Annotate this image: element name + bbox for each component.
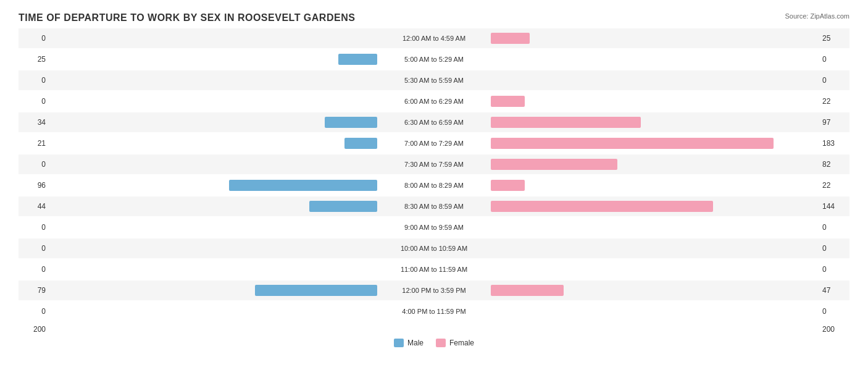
female-bar-container	[490, 96, 819, 107]
time-label: 6:00 AM to 6:29 AM	[378, 98, 490, 105]
female-value: 0	[819, 55, 849, 64]
female-value: 82	[819, 160, 849, 169]
female-value: 0	[819, 76, 849, 85]
female-bar-container	[490, 222, 819, 233]
male-bar-container	[49, 159, 378, 170]
female-value: 22	[819, 181, 849, 190]
female-bar-container	[490, 159, 819, 170]
table-row: 79 12:00 PM to 3:59 PM 47	[19, 281, 849, 300]
table-row: 0 10:00 AM to 10:59 AM 0	[19, 238, 849, 258]
male-bar	[255, 285, 377, 296]
female-value: 47	[819, 286, 849, 295]
table-row: 34 6:30 AM to 6:59 AM 97	[19, 112, 849, 132]
table-row: 0 5:30 AM to 5:59 AM 0	[19, 70, 849, 90]
legend-male: Male	[394, 339, 424, 347]
table-row: 44 8:30 AM to 8:59 AM 144	[19, 196, 849, 216]
male-bar-container	[49, 264, 378, 275]
time-label: 4:00 PM to 11:59 PM	[378, 308, 490, 315]
male-value: 79	[19, 286, 49, 295]
male-bar-container	[49, 75, 378, 86]
female-value: 0	[819, 223, 849, 232]
chart-container: TIME OF DEPARTURE TO WORK BY SEX IN ROOS…	[19, 12, 849, 347]
chart-rows: 0 12:00 AM to 4:59 AM 25 25 5:00 AM to 5…	[19, 28, 849, 321]
male-bar-container	[49, 201, 378, 212]
legend-male-box	[394, 339, 404, 347]
legend-female: Female	[436, 339, 474, 347]
legend-female-box	[436, 339, 446, 347]
male-value: 0	[19, 265, 49, 274]
time-label: 6:30 AM to 6:59 AM	[378, 119, 490, 126]
female-value: 97	[819, 118, 849, 127]
time-label: 9:00 AM to 9:59 AM	[378, 224, 490, 231]
time-label: 12:00 PM to 3:59 PM	[378, 287, 490, 294]
male-bar	[325, 117, 377, 128]
chart-title: TIME OF DEPARTURE TO WORK BY SEX IN ROOS…	[19, 12, 849, 23]
female-bar	[491, 33, 530, 44]
female-bar	[491, 138, 774, 149]
legend-male-label: Male	[407, 339, 424, 347]
male-value: 0	[19, 307, 49, 316]
female-bar	[491, 180, 525, 191]
female-value: 0	[819, 244, 849, 253]
table-row: 0 9:00 AM to 9:59 AM 0	[19, 217, 849, 237]
table-row: 0 11:00 AM to 11:59 AM 0	[19, 259, 849, 279]
male-bar-container	[49, 54, 378, 65]
female-bar-container	[490, 33, 819, 44]
male-bar-container	[49, 285, 378, 296]
female-bar	[491, 159, 617, 170]
table-row: 0 6:00 AM to 6:29 AM 22	[19, 91, 849, 111]
male-bar-container	[49, 117, 378, 128]
female-bar-container	[490, 243, 819, 254]
male-bar-container	[49, 96, 378, 107]
time-label: 12:00 AM to 4:59 AM	[378, 35, 490, 42]
female-bar	[491, 201, 713, 212]
female-bar-container	[490, 201, 819, 212]
table-row: 96 8:00 AM to 8:29 AM 22	[19, 175, 849, 195]
female-bar	[491, 96, 525, 107]
table-row: 0 4:00 PM to 11:59 PM 0	[19, 302, 849, 321]
female-bar-container	[490, 264, 819, 275]
male-value: 34	[19, 118, 49, 127]
table-row: 21 7:00 AM to 7:29 AM 183	[19, 133, 849, 153]
source-text: Source: ZipAtlas.com	[785, 12, 849, 20]
male-value: 21	[19, 139, 49, 148]
male-value: 0	[19, 76, 49, 85]
female-value: 0	[819, 265, 849, 274]
female-bar-container	[490, 138, 819, 149]
male-value: 25	[19, 55, 49, 64]
female-value: 183	[819, 139, 849, 148]
female-bar	[491, 285, 564, 296]
axis-right-label: 200	[819, 325, 849, 334]
male-bar-container	[49, 306, 378, 317]
male-bar-container	[49, 33, 378, 44]
male-bar-container	[49, 138, 378, 149]
male-bar	[229, 180, 377, 191]
time-label: 7:00 AM to 7:29 AM	[378, 140, 490, 147]
male-value: 0	[19, 160, 49, 169]
male-value: 0	[19, 97, 49, 106]
time-label: 10:00 AM to 10:59 AM	[378, 245, 490, 252]
male-bar	[309, 201, 377, 212]
male-bar-container	[49, 243, 378, 254]
male-value: 0	[19, 244, 49, 253]
female-value: 22	[819, 97, 849, 106]
female-bar-container	[490, 54, 819, 65]
male-value: 44	[19, 202, 49, 211]
time-label: 7:30 AM to 7:59 AM	[378, 161, 490, 168]
axis-row: 200 200	[19, 325, 849, 334]
male-value: 96	[19, 181, 49, 190]
axis-left-label: 200	[19, 325, 49, 334]
table-row: 0 12:00 AM to 4:59 AM 25	[19, 28, 849, 48]
female-bar-container	[490, 306, 819, 317]
male-value: 0	[19, 223, 49, 232]
male-bar	[344, 138, 377, 149]
table-row: 25 5:00 AM to 5:29 AM 0	[19, 49, 849, 69]
table-row: 0 7:30 AM to 7:59 AM 82	[19, 154, 849, 174]
female-bar-container	[490, 180, 819, 191]
female-bar	[491, 117, 641, 128]
chart-legend: Male Female	[19, 339, 849, 347]
male-value: 0	[19, 34, 49, 43]
female-bar-container	[490, 285, 819, 296]
time-label: 5:30 AM to 5:59 AM	[378, 77, 490, 84]
female-bar-container	[490, 75, 819, 86]
